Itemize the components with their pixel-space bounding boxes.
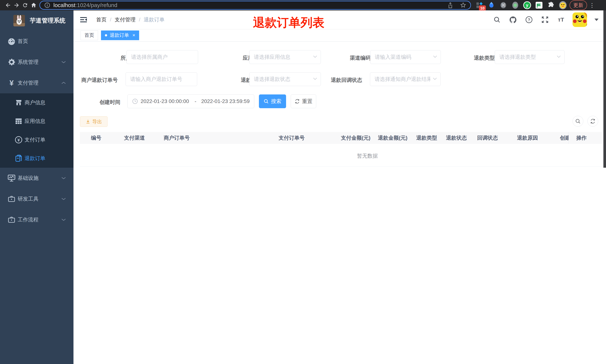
command-extension-icon[interactable]: ⌘ [499, 1, 507, 9]
clock-icon [132, 98, 138, 104]
page-content: 所属商户 应用编号 渠道编码 退款类型 [73, 42, 606, 364]
column-header: 支付金额(元) [341, 132, 370, 144]
breadcrumb-payment[interactable]: 支付管理 [115, 16, 136, 23]
chat-extension-icon[interactable] [535, 1, 543, 9]
breadcrumb-current: 退款订单 [144, 16, 165, 23]
sidebar-item-payment[interactable]: ¥ 支付管理 [0, 73, 73, 93]
end-date-value[interactable]: 2022-01-23 23:59:59 [201, 98, 250, 104]
create-time-range-picker[interactable]: 2022-01-23 00:00:00 - 2022-01-23 23:59:5… [127, 94, 254, 108]
sidebar-item-merchant-info[interactable]: 商户信息 [0, 93, 73, 112]
sidebar: 芋道管理系统 首页 系统管理 ¥ 支付管理 [0, 10, 73, 364]
chevron-down-icon [61, 218, 66, 221]
help-icon[interactable]: ? [525, 15, 533, 24]
filter-label-callback-status: 退款回调状态 [331, 77, 362, 84]
export-button[interactable]: 导出 [80, 116, 107, 127]
green-dot-extension-icon[interactable] [511, 1, 519, 9]
address-bar[interactable]: localhost:1024/pay/refund [40, 1, 471, 10]
refund-type-select[interactable] [495, 50, 565, 64]
chevron-down-icon [61, 177, 66, 180]
reset-button[interactable]: 重置 [291, 94, 316, 108]
empty-state-text: 暂无数据 [357, 152, 378, 159]
avatar-caret-icon[interactable] [594, 19, 599, 21]
filter-label-refund-type: 退款类型 [474, 54, 495, 62]
refund-document-icon [14, 155, 24, 162]
column-header: 退款类型 [416, 132, 437, 144]
filter-label-create-time: 创建时间 [100, 99, 120, 106]
sidebar-item-refund-order[interactable]: 退款订单 [0, 149, 73, 168]
channel-code-select[interactable] [370, 50, 441, 64]
chevron-down-icon [61, 61, 66, 64]
table-empty-area: 暂无数据 [80, 144, 602, 167]
column-header: 商户订单号 [164, 132, 190, 144]
tag-refund-order[interactable]: 退款订单 × [101, 30, 139, 40]
payment-submenu: 商户信息 应用信息 ¥ 支付订单 退款订单 [0, 93, 73, 168]
site-info-icon[interactable] [44, 2, 50, 8]
merchant-refund-no-input[interactable] [126, 72, 197, 86]
callback-status-select[interactable] [370, 72, 441, 86]
dashboard-icon [7, 38, 16, 45]
refresh-button[interactable] [587, 116, 598, 127]
tag-home[interactable]: 首页 [80, 30, 98, 40]
browser-back-button[interactable] [4, 1, 12, 10]
column-header: 退款原因 [517, 132, 538, 144]
bookmark-star-icon[interactable] [460, 2, 466, 8]
app-no-select[interactable] [249, 50, 321, 64]
column-header: 退款金额(元) [378, 132, 408, 144]
user-avatar[interactable] [573, 13, 587, 27]
chevron-down-icon [61, 197, 66, 200]
header-search-icon[interactable] [493, 15, 501, 24]
sidebar-item-dev-tools[interactable]: 研发工具 [0, 189, 73, 209]
y-extension-icon[interactable]: y [523, 1, 531, 9]
chevron-down-icon [313, 77, 317, 80]
refund-status-select[interactable] [249, 72, 321, 86]
column-header: 支付渠道 [124, 132, 145, 144]
browser-update-button[interactable]: 更新 [569, 0, 587, 10]
gem-extension-icon[interactable] [487, 1, 496, 9]
browser-home-button[interactable] [29, 1, 38, 10]
top-navbar: 首页 / 支付管理 / 退款订单 ? ᴛT [73, 10, 606, 29]
smiley-extension-icon[interactable] [559, 1, 567, 9]
table-header: 编号 支付渠道 商户订单号 支付订单号 支付金额(元) 退款金额(元) 退款类型… [80, 132, 602, 144]
tag-close-icon[interactable]: × [132, 32, 135, 38]
page-title-annotation: 退款订单列表 [253, 14, 324, 31]
column-header: 支付订单号 [279, 132, 305, 144]
extensions-puzzle-icon[interactable] [547, 1, 555, 9]
storefront-icon [14, 99, 24, 106]
tab-manager-extension-icon[interactable]: 10 [475, 1, 484, 9]
svg-text:⌘: ⌘ [501, 3, 505, 8]
browser-toolbar: localhost:1024/pay/refund 10 ⌘ y [0, 0, 606, 10]
browser-reload-button[interactable] [21, 1, 29, 10]
start-date-value[interactable]: 2022-01-23 00:00:00 [141, 98, 190, 104]
browser-menu-icon[interactable]: ⋮ [589, 2, 595, 9]
page-scrollbar[interactable] [603, 10, 606, 168]
briefcase-icon [7, 216, 16, 223]
app-logo-row[interactable]: 芋道管理系统 [0, 10, 73, 31]
svg-text:¥: ¥ [17, 138, 20, 143]
font-size-icon[interactable]: ᴛT [556, 15, 566, 24]
share-icon[interactable] [447, 2, 453, 8]
sidebar-item-pay-order[interactable]: ¥ 支付订单 [0, 130, 73, 149]
browser-forward-button[interactable] [12, 1, 21, 10]
breadcrumb: 首页 / 支付管理 / 退款订单 [96, 16, 165, 23]
filter-label-channel-code: 渠道编码 [350, 54, 371, 62]
sidebar-item-system[interactable]: 系统管理 [0, 52, 73, 73]
sidebar-item-infrastructure[interactable]: 基础设施 [0, 168, 73, 189]
sidebar-collapse-icon[interactable] [79, 15, 88, 24]
chevron-up-icon [61, 81, 66, 84]
merchant-select[interactable] [127, 50, 198, 64]
column-header: 创建时间 [560, 132, 568, 144]
yen-icon: ¥ [7, 79, 16, 87]
github-icon[interactable] [509, 15, 517, 24]
gear-icon [7, 58, 16, 66]
sidebar-item-workflow[interactable]: 工作流程 [0, 209, 73, 230]
breadcrumb-home[interactable]: 首页 [96, 16, 106, 23]
sidebar-item-home[interactable]: 首页 [0, 31, 73, 52]
toggle-search-button[interactable] [573, 116, 583, 127]
url-text: localhost:1024/pay/refund [53, 2, 117, 8]
search-button[interactable]: 搜索 [259, 94, 286, 108]
fullscreen-icon[interactable] [540, 15, 550, 24]
filter-label-merchant-refund-no: 商户退款订单号 [81, 77, 118, 84]
sidebar-item-app-info[interactable]: 应用信息 [0, 112, 73, 130]
svg-text:?: ? [528, 17, 530, 22]
tags-view-bar: 首页 退款订单 × [73, 29, 606, 42]
